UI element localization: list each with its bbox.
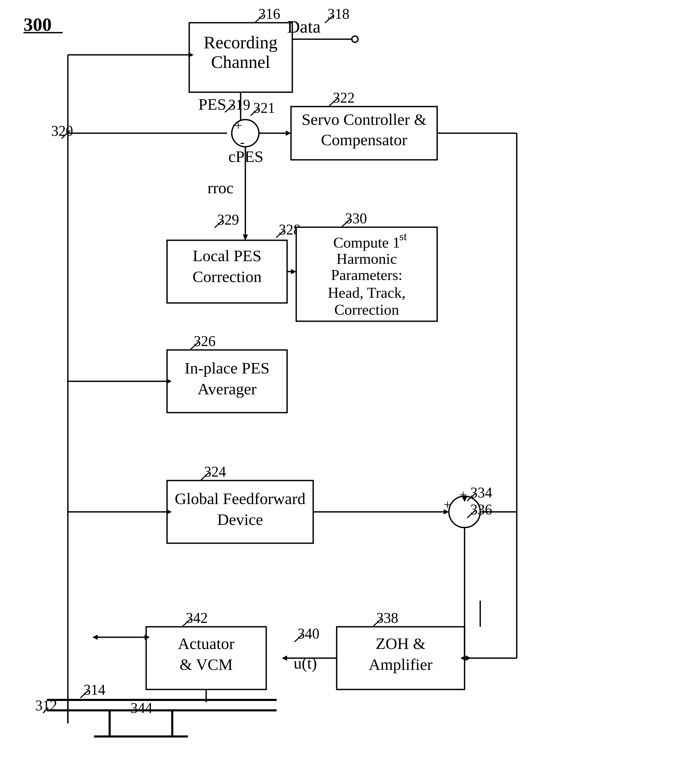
ref-329-label: 329 bbox=[217, 212, 239, 228]
inplace-pes-text1: In-place PES bbox=[185, 359, 269, 377]
rroc-label: rroc bbox=[208, 179, 234, 197]
ref-316-label: 316 bbox=[258, 6, 280, 22]
ref-300-label: 300 bbox=[23, 14, 52, 35]
local-pes-text1: Local PES bbox=[193, 247, 261, 264]
ref-324-label: 324 bbox=[204, 464, 226, 480]
plus-bottom-left: + bbox=[444, 497, 451, 512]
global-ff-text2: Device bbox=[217, 510, 263, 528]
ref-334-label: 334 bbox=[470, 484, 492, 501]
compute-text1: Compute 1 bbox=[333, 234, 400, 251]
servo-controller-text2: Compensator bbox=[321, 131, 407, 149]
data-label: Data bbox=[287, 17, 320, 37]
recording-channel-text1: Recording bbox=[203, 33, 278, 52]
ref-312-label: 312 bbox=[35, 697, 57, 714]
inplace-pes-text2: Averager bbox=[197, 380, 256, 398]
local-pes-text2: Correction bbox=[193, 268, 261, 285]
compute-text2: Harmonic bbox=[336, 250, 397, 267]
diagram-container: 300 Recording Channel 316 318 Data PES 3… bbox=[0, 0, 677, 784]
data-output-circle bbox=[352, 36, 358, 42]
actuator-text1: Actuator bbox=[178, 635, 234, 652]
ref-340-label: 340 bbox=[298, 625, 320, 642]
ref-314-label: 314 bbox=[84, 681, 106, 698]
ut-label: u(t) bbox=[293, 654, 317, 672]
ref-318-label: 318 bbox=[328, 6, 349, 22]
plus-top-right: + bbox=[459, 487, 467, 502]
actuator-text2: & VCM bbox=[180, 655, 233, 673]
recording-channel-text2: Channel bbox=[211, 52, 270, 72]
ref-330-label: 330 bbox=[345, 210, 367, 226]
plus-sign-top: + bbox=[234, 118, 242, 133]
pes-label: PES bbox=[198, 95, 226, 113]
ref-338-label: 338 bbox=[376, 610, 398, 626]
zoh-text1: ZOH & bbox=[376, 635, 425, 652]
ref-342-label: 342 bbox=[186, 610, 208, 626]
compute-superscript: st bbox=[399, 230, 407, 243]
ref-321-label: 321 bbox=[253, 100, 275, 116]
compute-text3: Parameters: bbox=[331, 266, 402, 283]
ref-336-label: 336 bbox=[470, 501, 492, 518]
compute-text5: Correction bbox=[334, 301, 399, 318]
zoh-text2: Amplifier bbox=[369, 655, 433, 673]
ref-344-label: 344 bbox=[130, 700, 152, 716]
ref-319-label: 319 bbox=[228, 96, 250, 113]
compute-text4: Head, Track, bbox=[328, 284, 405, 301]
servo-controller-text1: Servo Controller & bbox=[302, 110, 427, 128]
ref-322-label: 322 bbox=[333, 90, 355, 106]
global-ff-text1: Global Feedforward bbox=[175, 490, 306, 507]
ref-326-label: 326 bbox=[194, 333, 216, 349]
